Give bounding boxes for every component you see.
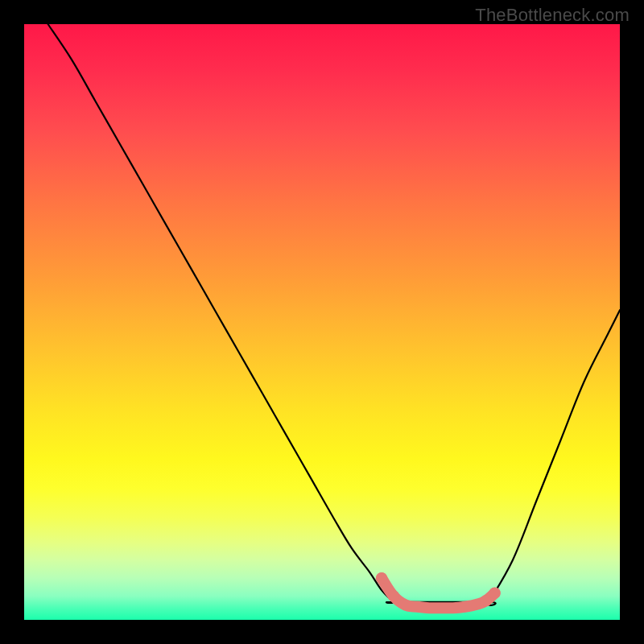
- valley-highlight: [382, 578, 495, 608]
- valley-marker-dot: [388, 590, 399, 601]
- chart-container: TheBottleneck.com: [0, 0, 644, 644]
- plot-area: [24, 24, 620, 620]
- bottleneck-curve: [48, 24, 620, 605]
- curve-group: [48, 24, 620, 605]
- curve-svg: [24, 24, 620, 620]
- marker-group: [376, 572, 501, 608]
- valley-marker-dot: [480, 595, 491, 606]
- valley-marker-dot: [376, 572, 387, 584]
- watermark-text: TheBottleneck.com: [475, 5, 630, 26]
- valley-marker-dot: [489, 588, 500, 599]
